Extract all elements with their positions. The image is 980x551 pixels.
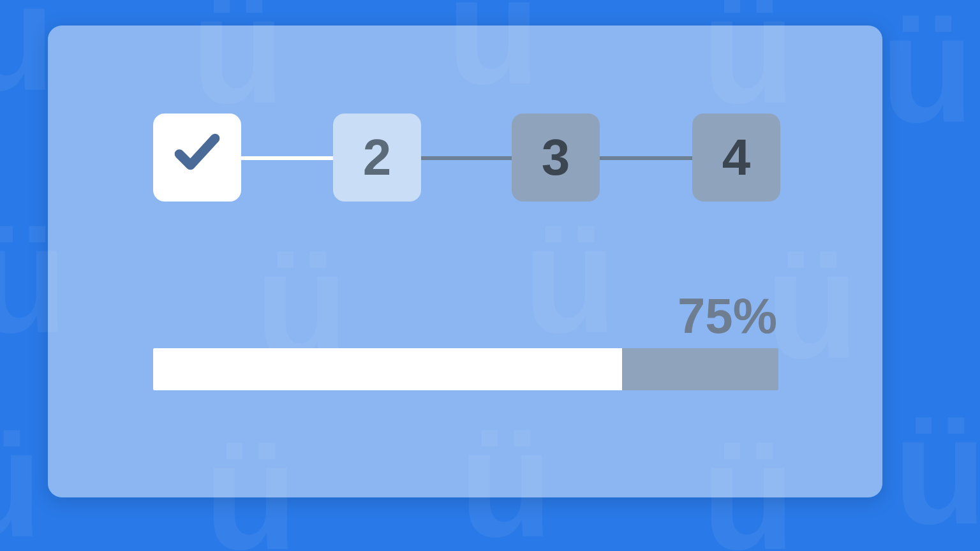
bg-glyph: ü bbox=[0, 395, 43, 551]
step-number: 2 bbox=[363, 128, 392, 187]
bg-glyph: ü bbox=[0, 0, 56, 125]
step-1-completed[interactable] bbox=[153, 114, 241, 202]
step-4-upcoming[interactable]: 4 bbox=[692, 114, 780, 202]
stepper: 2 3 4 bbox=[153, 114, 778, 203]
step-number: 4 bbox=[722, 128, 751, 187]
progress-percent-label: 75% bbox=[678, 287, 777, 345]
step-connector bbox=[596, 156, 698, 160]
step-number: 3 bbox=[542, 128, 570, 187]
step-connector-completed bbox=[236, 156, 338, 160]
progress-bar bbox=[153, 348, 778, 390]
bg-glyph: ü bbox=[893, 383, 980, 551]
content-panel: 2 3 4 75% bbox=[48, 26, 882, 497]
bg-glyph: ü bbox=[880, 0, 974, 157]
progress-bar-fill bbox=[153, 348, 622, 390]
step-connector bbox=[417, 156, 519, 160]
checkmark-icon bbox=[170, 125, 224, 191]
step-2-active[interactable]: 2 bbox=[333, 114, 421, 202]
step-3-upcoming[interactable]: 3 bbox=[512, 114, 600, 202]
